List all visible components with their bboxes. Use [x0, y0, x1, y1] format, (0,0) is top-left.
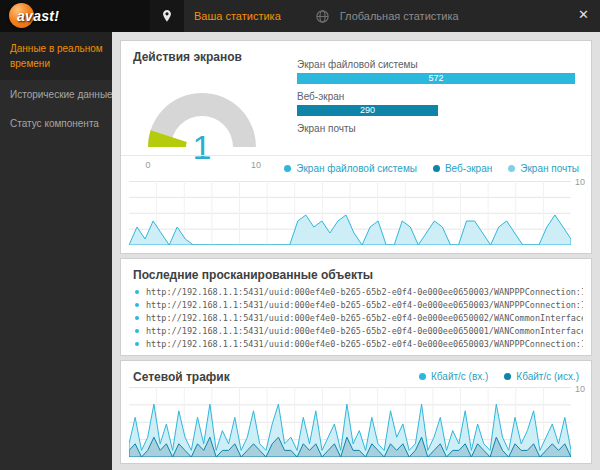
main-content: Действия экранов 1 0 10 Экран файловой с… [112, 32, 600, 470]
scanned-object-item: http://192.168.1.1:5431/uuid:000ef4e0-b2… [135, 286, 583, 299]
scanned-object-url: http://192.168.1.1:5431/uuid:000ef4e0-b2… [146, 313, 583, 323]
bullet-icon [135, 316, 139, 320]
sidebar-item-historical-data[interactable]: Исторические данные [0, 80, 112, 109]
traffic-chart-axis-max: 10 [575, 384, 585, 394]
screen-bar-label: Экран почты [297, 123, 575, 134]
scanned-object-item: http://192.168.1.1:5431/uuid:000ef4e0-b2… [135, 325, 583, 338]
screen-bar-row: Веб-экран290 [297, 91, 575, 116]
screen-bar-value: 290 [360, 106, 375, 115]
screens-chart-axis-max: 10 [575, 177, 585, 187]
screen-bar-value: 572 [428, 74, 443, 83]
legend-item: Экран файловой системы [284, 163, 417, 174]
scanned-object-item: http://192.168.1.1:5431/uuid:000ef4e0-b2… [135, 338, 583, 351]
scanned-object-url: http://192.168.1.1:5431/uuid:000ef4e0-b2… [146, 339, 583, 349]
screen-bar: 572 [297, 73, 575, 84]
close-icon[interactable]: ✕ [578, 8, 589, 21]
screen-actions-card: Действия экранов 1 0 10 Экран файловой с… [120, 40, 592, 254]
screen-actions-title: Действия экранов [133, 50, 242, 64]
screens-legend: Экран файловой системыВеб-экранЭкран поч… [284, 163, 579, 174]
screens-activity-chart [129, 181, 571, 245]
screen-bar: 290 [297, 105, 438, 116]
scanned-object-url: http://192.168.1.1:5431/uuid:000ef4e0-b2… [146, 326, 583, 336]
scanned-object-item: http://192.168.1.1:5431/uuid:000ef4e0-b2… [135, 312, 583, 325]
network-traffic-title: Сетевой трафик [133, 370, 230, 384]
gauge-value: 1 [193, 128, 212, 166]
avast-logo-text: avast! [17, 8, 59, 24]
bullet-icon [135, 290, 139, 294]
screen-bars: Экран файловой системы572Веб-экран290Экр… [297, 59, 575, 141]
legend-label: Веб-экран [445, 163, 492, 174]
screen-bar-row: Экран почты [297, 123, 575, 134]
sidebar-item-component-status[interactable]: Статус компонента [0, 109, 112, 138]
bullet-icon [135, 303, 139, 307]
legend-label: Кбайт/с (исх.) [516, 371, 579, 382]
scanned-object-url: http://192.168.1.1:5431/uuid:000ef4e0-b2… [146, 300, 583, 310]
legend-item: Экран почты [508, 163, 579, 174]
globe-icon [315, 9, 330, 24]
legend-dot-icon [419, 373, 426, 380]
card-divider [121, 155, 591, 156]
avast-statistics-window: avast! Ваша статистика Глобальная статис… [0, 0, 600, 470]
screen-bar-label: Экран файловой системы [297, 59, 575, 70]
tab-global-statistics[interactable]: Глобальная статистика [299, 0, 477, 32]
title-bar: avast! Ваша статистика Глобальная статис… [0, 0, 600, 32]
legend-dot-icon [508, 165, 515, 172]
legend-label: Кбайт/с (вх.) [431, 371, 488, 382]
network-traffic-card: Сетевой трафик Кбайт/с (вх.)Кбайт/с (исх… [120, 360, 592, 464]
screen-bar-label: Веб-экран [297, 91, 575, 102]
bullet-icon [135, 329, 139, 333]
scanned-object-url: http://192.168.1.1:5431/uuid:000ef4e0-b2… [146, 287, 583, 297]
scanned-object-item: http://192.168.1.1:5431/uuid:000ef4e0-b2… [135, 299, 583, 312]
traffic-chart [129, 387, 571, 457]
legend-label: Экран файловой системы [296, 163, 417, 174]
tab-label: Ваша статистика [184, 10, 299, 22]
gauge-max-label: 10 [251, 160, 261, 170]
legend-dot-icon [504, 373, 511, 380]
legend-item: Веб-экран [433, 163, 492, 174]
tab-bar: Ваша статистика Глобальная статистика [150, 0, 600, 32]
traffic-legend: Кбайт/с (вх.)Кбайт/с (исх.) [419, 371, 579, 382]
location-pin-icon [150, 0, 184, 32]
legend-dot-icon [284, 165, 291, 172]
legend-item: Кбайт/с (исх.) [504, 371, 579, 382]
tab-your-statistics[interactable]: Ваша статистика [150, 0, 299, 32]
legend-item: Кбайт/с (вх.) [419, 371, 488, 382]
scanned-objects-list: http://192.168.1.1:5431/uuid:000ef4e0-b2… [135, 286, 583, 351]
sidebar: Данные в реальном времени Исторические д… [0, 32, 112, 470]
sidebar-item-realtime-data[interactable]: Данные в реальном времени [0, 32, 112, 80]
tab-label: Глобальная статистика [330, 10, 477, 22]
scanned-objects-title: Последние просканированные объекты [133, 268, 373, 282]
legend-label: Экран почты [520, 163, 579, 174]
gauge-min-label: 0 [145, 160, 150, 170]
scanned-objects-card: Последние просканированные объекты http:… [120, 258, 592, 356]
bullet-icon [135, 342, 139, 346]
screen-bar-row: Экран файловой системы572 [297, 59, 575, 84]
legend-dot-icon [433, 165, 440, 172]
